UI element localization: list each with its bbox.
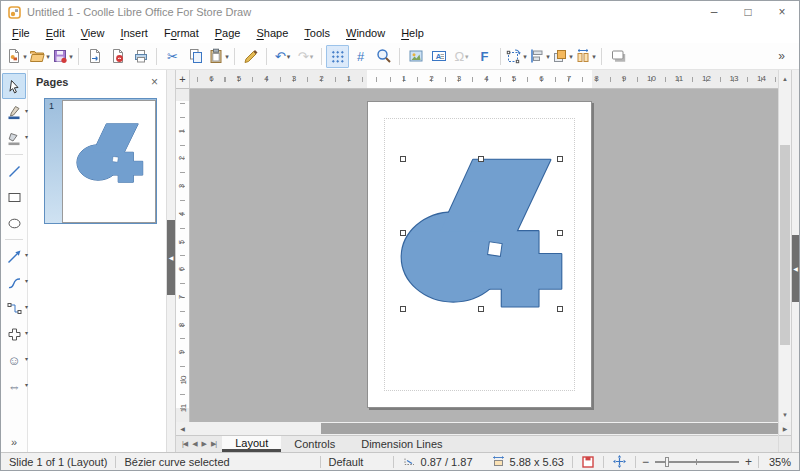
menu-file[interactable]: File [4, 25, 38, 41]
fill-color-button[interactable]: ▾ [2, 125, 26, 151]
select-tool-button[interactable] [2, 73, 26, 99]
new-document-button[interactable]: ▾ [5, 45, 28, 68]
close-button[interactable]: × [765, 1, 799, 23]
selection-handle-middle-right[interactable] [557, 230, 563, 236]
vertical-ruler[interactable]: 1234567891011 [176, 89, 190, 422]
zoom-level[interactable]: 35% [765, 456, 799, 468]
page-style[interactable]: Default [327, 456, 387, 468]
dropdown-arrow-icon[interactable]: ▾ [546, 53, 550, 60]
menu-help[interactable]: Help [393, 25, 432, 41]
horizontal-scrollbar-thumb[interactable] [321, 423, 778, 434]
drawing-canvas[interactable] [190, 89, 778, 422]
redo-button[interactable]: ↷ ▾ [294, 45, 317, 68]
zoom-out-button[interactable]: − [642, 456, 649, 468]
distribute-button[interactable]: ▾ [574, 45, 597, 68]
previous-layer-button[interactable]: ◀ [192, 440, 196, 448]
menu-edit[interactable]: Edit [38, 25, 73, 41]
menu-view[interactable]: View [73, 25, 113, 41]
next-layer-button[interactable]: ▶ [202, 440, 206, 448]
tab-layout[interactable]: Layout [222, 436, 281, 452]
page[interactable] [367, 101, 592, 408]
panel-splitter[interactable]: ◀ [166, 70, 176, 452]
ellipse-tool-button[interactable] [2, 210, 26, 236]
dropdown-arrow-icon[interactable]: ▾ [25, 108, 28, 114]
zoom-slider-handle[interactable] [665, 457, 669, 467]
selection-handle-top-left[interactable] [400, 156, 406, 162]
right-panel-splitter[interactable]: ◀ [791, 70, 799, 452]
dropdown-arrow-icon[interactable]: ▾ [25, 134, 28, 140]
symbol-shapes-button[interactable]: ☺ ▾ [2, 347, 26, 373]
menu-page[interactable]: Page [207, 25, 249, 41]
fontwork-button[interactable]: F [473, 45, 496, 68]
dropdown-arrow-icon[interactable]: ▾ [25, 330, 28, 336]
menu-window[interactable]: Window [338, 25, 393, 41]
lines-and-arrows-button[interactable]: ▾ [2, 243, 26, 269]
cut-button[interactable]: ✂ [161, 45, 184, 68]
open-button[interactable]: ▾ [28, 45, 51, 68]
zoom-button[interactable] [372, 45, 395, 68]
ruler-corner[interactable]: + [176, 70, 190, 89]
insert-line-button[interactable] [2, 158, 26, 184]
menu-insert[interactable]: Insert [112, 25, 156, 41]
pages-panel-close-icon[interactable]: × [151, 75, 158, 89]
dropdown-arrow-icon[interactable]: ▾ [25, 356, 28, 362]
scroll-right-button[interactable]: ▶ [779, 422, 791, 435]
first-layer-button[interactable]: |◀ [182, 440, 187, 448]
menu-format[interactable]: Format [156, 25, 207, 41]
unsaved-changes-icon[interactable] [582, 456, 594, 468]
selection-handle-bottom-center[interactable] [478, 306, 484, 312]
dropdown-arrow-icon[interactable]: ▾ [592, 53, 596, 60]
dropdown-arrow-icon[interactable]: ▾ [465, 53, 469, 60]
horizontal-ruler[interactable]: 654321123456789101112131415 [190, 70, 778, 89]
dropdown-arrow-icon[interactable]: ▾ [46, 53, 50, 60]
export-pdf-button[interactable] [106, 45, 129, 68]
tab-controls[interactable]: Controls [281, 436, 348, 452]
transformations-button[interactable]: ▾ [505, 45, 528, 68]
selection-handle-top-right[interactable] [557, 156, 563, 162]
menu-shape[interactable]: Shape [248, 25, 296, 41]
last-layer-button[interactable]: ▶| [211, 440, 216, 448]
basic-shapes-button[interactable]: ▾ [2, 321, 26, 347]
dropdown-arrow-icon[interactable]: ▾ [287, 53, 291, 60]
save-button[interactable]: ▾ [51, 45, 74, 68]
menu-tools[interactable]: Tools [296, 25, 338, 41]
rectangle-tool-button[interactable] [2, 184, 26, 210]
dropdown-arrow-icon[interactable]: ▾ [523, 53, 527, 60]
dropdown-arrow-icon[interactable]: ▾ [69, 53, 73, 60]
page-thumbnail[interactable]: 1 [44, 98, 157, 224]
snap-guides-button[interactable]: # [349, 45, 372, 68]
connector-tool-button[interactable]: ▾ [2, 295, 26, 321]
horizontal-scrollbar[interactable] [189, 422, 778, 435]
drawing-toolbar-more-button[interactable]: » [11, 436, 17, 448]
dropdown-arrow-icon[interactable]: ▾ [25, 252, 28, 258]
block-arrows-button[interactable]: ⇔ ▾ [2, 373, 26, 399]
scroll-up-button[interactable]: ▲ [779, 70, 791, 88]
scroll-down-button[interactable]: ▼ [779, 408, 791, 422]
insert-image-button[interactable] [404, 45, 427, 68]
vertical-scrollbar-track[interactable] [779, 88, 791, 408]
zoom-in-button[interactable]: + [745, 456, 752, 468]
selection-handle-bottom-left[interactable] [400, 306, 406, 312]
dropdown-arrow-icon[interactable]: ▾ [225, 53, 229, 60]
bezier-shape[interactable] [368, 102, 591, 407]
zoom-slider[interactable] [655, 461, 739, 463]
print-button[interactable] [129, 45, 152, 68]
align-button[interactable]: ▾ [528, 45, 551, 68]
panel-splitter-grip[interactable]: ◀ [167, 220, 175, 295]
special-character-button[interactable]: Ω ▾ [450, 45, 473, 68]
curve-tool-button[interactable]: ▾ [2, 269, 26, 295]
dropdown-arrow-icon[interactable]: ▾ [25, 304, 28, 310]
tab-dimension-lines[interactable]: Dimension Lines [348, 436, 455, 452]
maximize-button[interactable]: □ [731, 1, 765, 23]
toolbar-more-button[interactable]: » [770, 45, 793, 68]
right-splitter-grip[interactable]: ◀ [792, 235, 799, 302]
dropdown-arrow-icon[interactable]: ▾ [25, 278, 28, 284]
insert-text-box-button[interactable]: A [427, 45, 450, 68]
dropdown-arrow-icon[interactable]: ▾ [310, 53, 314, 60]
shadow-button[interactable] [606, 45, 629, 68]
undo-button[interactable]: ↶ ▾ [271, 45, 294, 68]
display-grid-button[interactable] [326, 45, 349, 68]
paste-button[interactable]: ▾ [207, 45, 230, 68]
selection-handle-bottom-right[interactable] [557, 306, 563, 312]
clone-formatting-button[interactable] [239, 45, 262, 68]
